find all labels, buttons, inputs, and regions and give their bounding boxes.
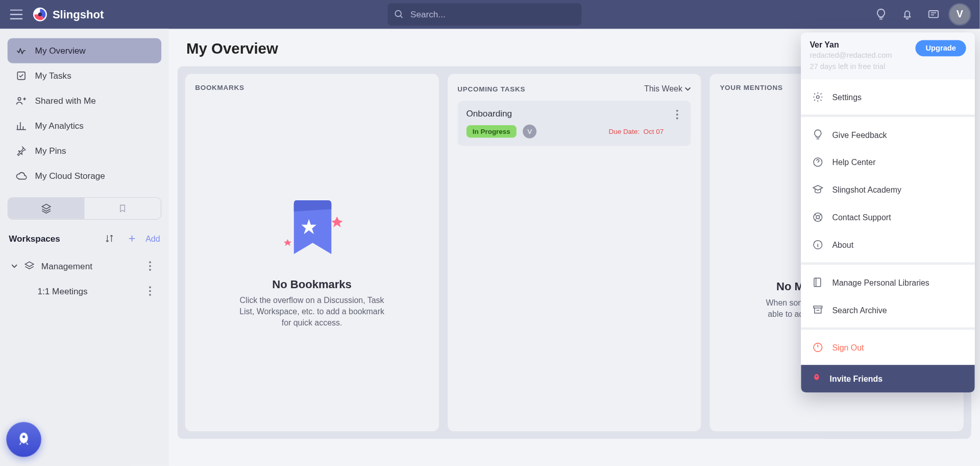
menu-settings[interactable]: Settings	[801, 83, 975, 111]
menu-signout[interactable]: Sign Out	[801, 334, 975, 361]
sidebar-view-toggle	[8, 197, 161, 220]
global-search[interactable]	[388, 3, 582, 26]
academy-icon	[811, 183, 825, 197]
svg-point-5	[18, 98, 21, 101]
svg-point-18	[676, 118, 678, 120]
workspace-icon	[24, 261, 35, 272]
menu-feedback[interactable]: Give Feedback	[801, 121, 975, 148]
gear-icon	[811, 90, 825, 104]
nav-label: My Tasks	[35, 71, 71, 81]
menu-label: Sign Out	[832, 343, 864, 352]
due-value: Oct 07	[643, 128, 664, 135]
workspace-more-icon[interactable]	[142, 284, 157, 298]
upgrade-button[interactable]: Upgrade	[916, 40, 966, 56]
svg-point-17	[676, 113, 678, 115]
workspace-label: Management	[41, 261, 92, 271]
sort-icon[interactable]	[101, 230, 118, 247]
workspace-label: 1:1 Meetings	[38, 286, 88, 296]
menu-invite[interactable]: Invite Friends	[801, 365, 975, 392]
nav-cloud[interactable]: My Cloud Storage	[8, 164, 161, 189]
brand-logo[interactable]: Slingshot	[33, 7, 104, 21]
messages-icon[interactable]	[922, 3, 945, 26]
menu-label: Search Archive	[832, 305, 887, 314]
notifications-icon[interactable]	[896, 3, 918, 26]
launch-fab[interactable]	[6, 422, 41, 457]
menu-label: Slingshot Academy	[832, 185, 901, 194]
workspace-meetings[interactable]: 1:1 Meetings	[8, 278, 161, 304]
add-workspace-button[interactable]: Add	[145, 234, 160, 243]
nav-label: My Overview	[35, 45, 86, 56]
svg-point-9	[149, 286, 151, 288]
rocket-icon	[16, 431, 32, 448]
nav-shared[interactable]: Shared with Me	[8, 88, 161, 113]
card-title: UPCOMING TASKS	[457, 85, 525, 92]
menu-academy[interactable]: Slingshot Academy	[801, 176, 975, 203]
tips-icon[interactable]	[870, 3, 892, 26]
search-input[interactable]	[410, 9, 575, 19]
add-workspace-icon[interactable]	[123, 230, 140, 247]
svg-marker-14	[331, 217, 342, 227]
filter-label: This Week	[644, 84, 682, 93]
nav-analytics[interactable]: My Analytics	[8, 113, 161, 138]
support-icon	[811, 211, 825, 224]
menu-about[interactable]: About	[801, 231, 975, 259]
workspaces-heading: Workspaces	[9, 234, 95, 244]
top-bar: Slingshot V	[0, 0, 980, 29]
workspace-more-icon[interactable]	[142, 259, 157, 273]
nav-label: My Analytics	[35, 121, 84, 131]
view-layers[interactable]	[8, 198, 84, 219]
empty-text: Click the overflow on a Discussion, Task…	[237, 295, 387, 329]
menu-label: Give Feedback	[832, 130, 887, 139]
card-title: YOUR MENTIONS	[720, 84, 782, 91]
view-bookmarks[interactable]	[84, 198, 160, 219]
tasks-filter-dropdown[interactable]: This Week	[644, 84, 691, 93]
hamburger-menu-icon[interactable]	[8, 6, 25, 23]
svg-point-12	[22, 435, 25, 438]
nav-my-tasks[interactable]: My Tasks	[8, 63, 161, 88]
task-more-icon[interactable]	[670, 107, 684, 122]
nav-my-overview[interactable]: My Overview	[8, 38, 161, 63]
svg-point-33	[816, 376, 817, 377]
pin-icon	[15, 145, 28, 157]
task-title: Onboarding	[466, 108, 664, 119]
menu-label: About	[832, 240, 853, 249]
archive-icon	[811, 303, 825, 317]
lightbulb-icon	[811, 128, 825, 142]
search-icon	[394, 9, 404, 20]
svg-point-10	[149, 290, 151, 292]
menu-label: Contact Support	[832, 213, 891, 222]
nav-label: Shared with Me	[35, 96, 96, 106]
svg-point-25	[817, 96, 820, 99]
svg-point-11	[149, 294, 151, 296]
svg-point-16	[676, 110, 678, 112]
svg-rect-30	[814, 278, 821, 287]
workspace-management[interactable]: Management	[8, 253, 161, 278]
info-icon	[811, 238, 825, 252]
trial-status: 27 days left in free trial	[810, 62, 909, 71]
menu-libraries[interactable]: Manage Personal Libraries	[801, 269, 975, 296]
profile-name: Ver Yan	[810, 40, 909, 49]
task-card[interactable]: Onboarding In Progress V Due Date: Oct 0…	[457, 101, 691, 146]
analytics-icon	[15, 120, 28, 132]
tasks-icon	[15, 69, 28, 82]
avatar-button[interactable]: V	[948, 3, 971, 26]
chevron-down-icon	[685, 85, 691, 91]
menu-help[interactable]: Help Center	[801, 148, 975, 176]
svg-rect-31	[814, 306, 822, 308]
nav-pins[interactable]: My Pins	[8, 138, 161, 164]
layers-icon	[41, 203, 52, 214]
avatar-initial: V	[957, 9, 963, 20]
task-status-badge: In Progress	[466, 125, 517, 138]
profile-menu: Ver Yan redacted@redacted.com 27 days le…	[801, 33, 975, 392]
svg-point-7	[149, 265, 151, 267]
svg-point-6	[149, 261, 151, 263]
card-bookmarks: BOOKMARKS No Bookmarks Click the overflo…	[185, 74, 439, 431]
menu-support[interactable]: Contact Support	[801, 203, 975, 231]
svg-rect-3	[929, 11, 938, 17]
invite-icon	[811, 373, 822, 384]
menu-archive[interactable]: Search Archive	[801, 296, 975, 323]
svg-point-28	[816, 216, 819, 219]
menu-label: Invite Friends	[830, 374, 883, 383]
profile-email: redacted@redacted.com	[810, 51, 909, 59]
help-icon	[811, 155, 825, 169]
